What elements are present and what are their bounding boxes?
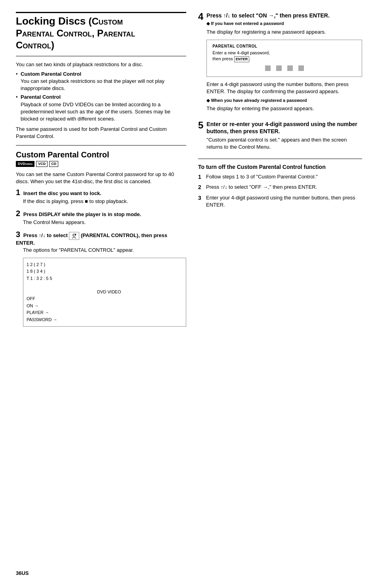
step-1-title: Insert the disc you want to lock. — [23, 190, 101, 196]
menu-on: ON → — [27, 303, 94, 310]
dot-1 — [265, 65, 271, 71]
left-column: Locking Discs (Custom Parental Control, … — [16, 12, 186, 330]
badge-vcd: VCD — [36, 161, 48, 167]
top-rule — [16, 12, 186, 13]
screen-1: 1 2 ( 2 7 ) 1 8 ( 3 4 ) T 1 : 3 2 : 5 5 … — [23, 258, 186, 327]
badge-dvd: DVDvideo — [16, 161, 34, 167]
bullet-custom: Custom Parental Control You can set play… — [16, 71, 186, 92]
format-badges: DVDvideo VCD CD — [16, 161, 186, 167]
title-locking: Locking Discs — [16, 15, 89, 27]
dot-4 — [298, 65, 304, 71]
step-4: 4 Press ↑/↓ to select "ON →," then press… — [198, 12, 362, 115]
password-dots — [212, 65, 356, 71]
screen-row2: 1 8 ( 3 4 ) — [27, 268, 94, 275]
title-custom: (Custom — [89, 16, 123, 27]
badge-cd: CD — [49, 161, 58, 167]
step-2-title: Press DISPLAY while the player is in sto… — [23, 211, 141, 217]
sub2-label-text: When you have already registered a passw… — [211, 98, 307, 103]
right-column: 4 Press ↑/↓ to select "ON →," then press… — [198, 12, 362, 330]
turn-off-divider — [198, 159, 362, 159]
bullet-list: Custom Parental Control You can set play… — [16, 71, 186, 123]
turn-off-list: Follow steps 1 to 3 of "Custom Parental … — [198, 173, 362, 209]
sub1-label: If you have not entered a password — [206, 21, 362, 27]
intro-paragraph: You can set two kinds of playback restri… — [16, 61, 186, 68]
title-divider — [16, 56, 186, 56]
svg-point-0 — [73, 234, 75, 236]
menu-off: OFF — [27, 295, 94, 303]
step-3-title: Press ↑/↓ to select — [23, 232, 69, 238]
bullet-text-parental: Playback of some DVD VIDEOs can be limit… — [21, 102, 170, 122]
step-1-number: 1 — [16, 188, 20, 197]
turn-off-step-3: Enter your 4-digit password using the nu… — [198, 194, 362, 209]
parental-screen-instructions: Enter a new 4-digit password,then press … — [212, 50, 356, 62]
sub1-text: The display for registering a new passwo… — [206, 29, 362, 36]
dot-2 — [276, 65, 282, 71]
page-number: 36US — [16, 570, 29, 576]
sub1-label-text: If you have not entered a password — [211, 21, 284, 26]
step-3-body: The options for "PARENTAL CONTROL" appea… — [23, 247, 186, 254]
step-2-body: The Control Menu appears. — [23, 219, 186, 226]
screen-row1: 1 2 ( 2 7 ) — [27, 261, 94, 268]
dot-3 — [287, 65, 293, 71]
turn-off-step-1: Follow steps 1 to 3 of "Custom Parental … — [198, 173, 362, 180]
step-3: 3 Press ↑/↓ to select (PARENTAL CONTROL)… — [16, 230, 186, 254]
screen-1-right: DVD VIDEO — [97, 289, 121, 296]
bullet-parental: Parental Control Playback of some DVD VI… — [16, 94, 186, 123]
section-divider — [16, 145, 186, 146]
section-intro: You can set the same Custom Parental Con… — [16, 171, 186, 185]
step-5: 5 Enter or re-enter your 4-digit passwor… — [198, 121, 362, 153]
menu-password: PASSWORD → — [27, 316, 94, 324]
enter-badge: ENTER — [234, 56, 250, 62]
menu-player: PLAYER → — [27, 309, 94, 316]
step-2: 2 Press DISPLAY while the player is in s… — [16, 209, 186, 226]
step-5-number: 5 — [198, 121, 203, 130]
step-3-number: 3 — [16, 230, 20, 239]
page-title: Locking Discs (Custom Parental Control, … — [16, 15, 186, 51]
parental-screen-title: PARENTAL CONTROL — [212, 44, 356, 48]
bullet-label-parental: Parental Control — [21, 94, 61, 100]
parental-control-icon — [69, 232, 79, 240]
step-4-number: 4 — [198, 12, 203, 21]
parental-screen: PARENTAL CONTROL Enter a new 4-digit pas… — [206, 40, 362, 77]
step-2-number: 2 — [16, 209, 20, 218]
step-4-content: Press ↑/↓ to select "ON →," then press E… — [206, 12, 362, 115]
step-5-title: Enter or re-enter your 4-digit password … — [206, 121, 362, 135]
turn-off-title: To turn off the Custom Parental Control … — [198, 164, 362, 170]
section-title: Custom Parental Control — [16, 150, 186, 159]
screen-spacer — [27, 286, 94, 293]
svg-point-1 — [75, 234, 76, 235]
below-screen-text: Enter a 4-digit password using the numbe… — [206, 81, 362, 95]
screen-row3: T 1 : 3 2 : 5 5 — [27, 275, 94, 282]
screen-1-left: 1 2 ( 2 7 ) 1 8 ( 3 4 ) T 1 : 3 2 : 5 5 … — [27, 261, 94, 324]
sub2-label: When you have already registered a passw… — [206, 98, 362, 103]
turn-off-section: To turn off the Custom Parental Control … — [198, 164, 362, 209]
screen-menu: OFF ON → PLAYER → PASSWORD → — [27, 295, 94, 323]
screen-1-content: 1 2 ( 2 7 ) 1 8 ( 3 4 ) T 1 : 3 2 : 5 5 … — [27, 261, 183, 324]
bullet-text-custom: You can set playback restrictions so tha… — [21, 78, 164, 91]
title-parental1: Parental Control, Parental — [16, 28, 135, 38]
step-5-content: Enter or re-enter your 4-digit password … — [206, 121, 362, 153]
intro-footer: The same password is used for both Paren… — [16, 126, 186, 140]
bullet-label-custom: Custom Parental Control — [21, 71, 81, 77]
turn-off-step-2: Press ↑/↓ to select "OFF →," then press … — [198, 184, 362, 191]
step-5-body: "Custom parental control is set." appear… — [206, 136, 362, 151]
sub2-text: The display for entering the password ap… — [206, 105, 362, 112]
parental-icon-svg — [71, 233, 77, 239]
title-parental2: Control) — [16, 40, 54, 50]
step-1-body: If the disc is playing, press ■ to stop … — [23, 198, 186, 205]
step-1: 1 Insert the disc you want to lock. If t… — [16, 188, 186, 205]
step-4-title: Press ↑/↓ to select "ON →," then press E… — [206, 12, 362, 19]
